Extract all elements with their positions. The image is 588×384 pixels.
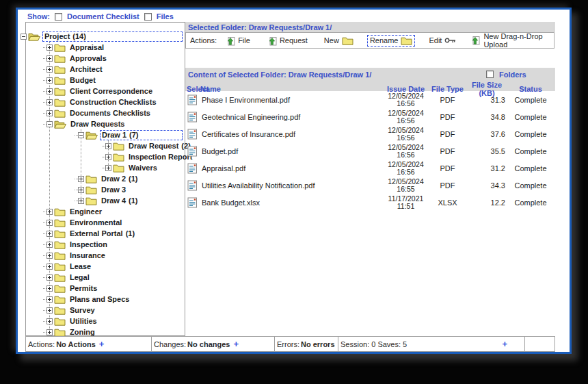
tree-item-utilities[interactable]: Utilities	[26, 316, 185, 327]
collapse-toggle-icon[interactable]	[46, 121, 53, 127]
expand-plus-button[interactable]: +	[99, 339, 105, 349]
tree-item-inspection[interactable]: Inspection	[26, 239, 185, 250]
folder-icon	[54, 273, 66, 282]
tree-item-external-portal[interactable]: External Portal(1)	[26, 228, 185, 239]
tree-item-documents-checklists[interactable]: Documents Checklists	[26, 107, 185, 118]
expand-toggle-icon[interactable]	[46, 99, 53, 105]
tree-item-draw-2[interactable]: Draw 2(1)	[26, 173, 185, 184]
tree-item-project[interactable]: Project(14)	[26, 31, 185, 42]
expand-toggle-icon[interactable]	[46, 44, 53, 51]
expand-toggle-icon[interactable]	[46, 318, 53, 324]
status-label: Errors:	[277, 340, 299, 348]
actions-toolbar: Actions: FileRequestNewRenameEdit New Dr…	[185, 32, 554, 49]
file-name[interactable]: Bank Budget.xlsx	[200, 199, 384, 207]
expand-toggle-icon[interactable]	[46, 66, 53, 73]
file-doc-icon[interactable]	[185, 94, 200, 105]
tree-item-draw-requests[interactable]: Draw Requests	[26, 118, 185, 129]
tree-item-budget[interactable]: Budget	[26, 75, 185, 86]
expand-toggle-icon[interactable]	[46, 285, 53, 292]
expand-toggle-icon[interactable]	[46, 253, 53, 259]
show-label: Show:	[27, 12, 50, 21]
table-row[interactable]: Utilities Availability Notification.pdf …	[185, 177, 554, 194]
request-button[interactable]: Request	[264, 34, 310, 47]
tree-item-lease[interactable]: Lease	[26, 261, 185, 272]
tree-item-draw-4[interactable]: Draw 4(1)	[26, 195, 185, 206]
show-bar: Show: Document Checklist Files	[27, 11, 174, 22]
expand-toggle-icon[interactable]	[46, 88, 53, 94]
collapse-toggle-icon[interactable]	[78, 132, 84, 138]
expand-toggle-icon[interactable]	[46, 296, 53, 303]
tree-item-survey[interactable]: Survey	[26, 305, 185, 316]
tree-item-approvals[interactable]: Approvals	[26, 53, 185, 64]
files-checkbox[interactable]	[144, 13, 152, 21]
expand-toggle-icon[interactable]	[46, 274, 53, 281]
file-name[interactable]: Utilities Availability Notification.pdf	[200, 181, 384, 190]
table-row[interactable]: Certificates of Insurance.pdf 12/05/2024…	[185, 125, 554, 142]
expand-toggle-icon[interactable]	[78, 176, 84, 182]
file-doc-icon[interactable]	[185, 163, 200, 174]
tree-item-construction-checklists[interactable]: Construction Checklists	[26, 97, 185, 107]
button-label: File	[238, 36, 250, 44]
new-button[interactable]: New	[321, 35, 356, 47]
file-button[interactable]: File	[222, 34, 253, 47]
expand-plus-button[interactable]: +	[502, 339, 507, 349]
expand-toggle-icon[interactable]	[46, 242, 53, 248]
tree-item-permits[interactable]: Permits	[26, 283, 185, 294]
expand-toggle-icon[interactable]	[46, 329, 53, 335]
expand-plus-button[interactable]: +	[233, 339, 239, 349]
folders-checkbox-label: Folders	[499, 71, 526, 79]
table-row[interactable]: Budget.pdf 12/05/202416:56 PDF 35.5 Comp…	[185, 142, 554, 159]
tree-item-engineer[interactable]: Engineer	[26, 206, 185, 217]
file-doc-icon[interactable]	[185, 129, 200, 140]
expand-toggle-icon[interactable]	[46, 110, 53, 116]
expand-toggle-icon[interactable]	[46, 209, 53, 215]
expand-toggle-icon[interactable]	[46, 77, 53, 84]
new-drag-n-drop-upload-button[interactable]: New Drag-n-Drop Upload	[470, 32, 550, 49]
table-row[interactable]: Phase I Environmental.pdf 12/05/202416:5…	[185, 91, 554, 108]
document-checklist-checkbox[interactable]	[55, 13, 62, 21]
expand-toggle-icon[interactable]	[78, 198, 84, 204]
tree-item-environmental[interactable]: Environmental	[26, 217, 185, 228]
tree-item-label: Documents Checklists	[70, 109, 150, 117]
expand-toggle-icon[interactable]	[46, 55, 53, 62]
expand-toggle-icon[interactable]	[105, 165, 111, 171]
file-name[interactable]: Phase I Environmental.pdf	[200, 96, 384, 104]
file-size: 31.3	[467, 96, 507, 104]
tree-item-draw-request[interactable]: Draw Request(2)	[26, 140, 185, 151]
tree-item-draw-1[interactable]: Draw 1(7)	[26, 129, 185, 140]
expand-toggle-icon[interactable]	[105, 143, 111, 149]
open-folder-icon	[85, 131, 98, 140]
tree-item-insurance[interactable]: Insurance	[26, 250, 185, 261]
tree-item-draw-3[interactable]: Draw 3	[26, 184, 185, 195]
tree-item-architect[interactable]: Architect	[26, 64, 185, 75]
file-name[interactable]: Certificates of Insurance.pdf	[200, 130, 384, 138]
tree-item-appraisal[interactable]: Appraisal	[26, 42, 185, 53]
table-row[interactable]: Appraisal.pdf 12/05/202416:56 PDF 31.2 C…	[185, 159, 554, 177]
file-doc-icon[interactable]	[185, 180, 200, 191]
file-doc-icon[interactable]	[185, 146, 200, 157]
key-icon	[444, 37, 456, 44]
file-doc-icon[interactable]	[185, 197, 200, 208]
table-row[interactable]: Geotechnical Engineering.pdf 12/05/20241…	[185, 108, 554, 125]
table-row[interactable]: Bank Budget.xlsx 11/17/202111:51 XLSX 12…	[185, 194, 554, 211]
expand-toggle-icon[interactable]	[78, 187, 84, 193]
tree-item-legal[interactable]: Legal	[26, 272, 185, 283]
collapse-toggle-icon[interactable]	[21, 34, 27, 40]
folder-icon	[85, 185, 97, 194]
tree-item-waivers[interactable]: Waivers	[26, 162, 185, 173]
tree-item-inspection-report[interactable]: Inspection Report	[26, 151, 185, 162]
expand-toggle-icon[interactable]	[105, 154, 111, 160]
file-doc-icon[interactable]	[185, 112, 200, 123]
expand-toggle-icon[interactable]	[46, 231, 53, 237]
file-name[interactable]: Geotechnical Engineering.pdf	[200, 113, 384, 121]
expand-toggle-icon[interactable]	[46, 264, 53, 270]
tree-item-plans-and-specs[interactable]: Plans and Specs	[26, 294, 185, 305]
expand-toggle-icon[interactable]	[46, 220, 53, 226]
file-name[interactable]: Budget.pdf	[200, 147, 384, 155]
folders-checkbox[interactable]	[486, 71, 494, 78]
file-name[interactable]: Appraisal.pdf	[200, 164, 384, 172]
expand-toggle-icon[interactable]	[46, 307, 53, 313]
rename-button[interactable]: Rename	[367, 35, 416, 47]
tree-item-client-correspondence[interactable]: Client Correspondence	[26, 86, 185, 97]
edit-button[interactable]: Edit	[426, 35, 459, 46]
